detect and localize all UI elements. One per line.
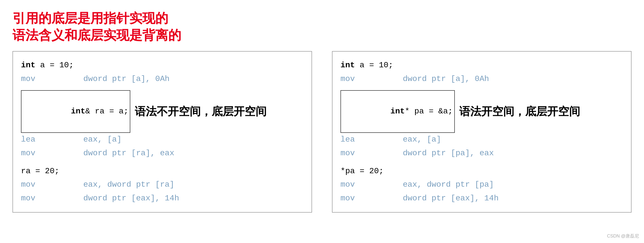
right-highlight-line: int* pa = &a; 语法开空间，底层开空间 [340, 90, 623, 133]
left-asm-instr-4: mov [21, 178, 36, 191]
right-int-ptr-kw: int [390, 107, 405, 116]
right-line-1: int a = 10; [340, 59, 623, 72]
right-line-pa: *pa = 20; [340, 165, 623, 178]
right-panel: int a = 10; mov dword ptr [a], 0Ah int* … [332, 51, 632, 213]
left-asm-3: mov dword ptr [ra], eax [21, 147, 304, 160]
right-int-keyword: int [340, 59, 355, 72]
title-line2: 语法含义和底层实现是背离的 [12, 27, 632, 44]
right-asm-op-5: dword ptr [eax], 14h [355, 192, 499, 205]
right-asm-2: lea eax, [a] [340, 133, 623, 146]
right-asm-op-2: eax, [a] [355, 133, 441, 146]
right-asm-5: mov dword ptr [eax], 14h [340, 192, 623, 205]
left-asm-1: mov dword ptr [a], 0Ah [21, 72, 304, 86]
left-asm-op-4: eax, dword ptr [ra] [36, 178, 174, 191]
right-asm-instr-4: mov [340, 178, 355, 191]
spacer-4 [340, 160, 623, 165]
left-ref-decl: & ra = a; [85, 107, 128, 116]
left-line-1: int a = 10; [21, 59, 304, 72]
right-code-block: int a = 10; mov dword ptr [a], 0Ah int* … [340, 59, 623, 205]
left-asm-op-3: dword ptr [ra], eax [36, 147, 174, 160]
right-ptr-decl: * pa = &a; [405, 107, 453, 116]
left-asm-instr-1: mov [21, 72, 36, 86]
right-a-decl: a = 10; [355, 59, 394, 72]
title-line1: 引用的底层是用指针实现的 [12, 10, 632, 27]
right-asm-instr-3: mov [340, 147, 355, 160]
right-asm-4: mov eax, dword ptr [pa] [340, 178, 623, 191]
left-asm-op-2: eax, [a] [36, 133, 122, 146]
left-asm-instr-2: lea [21, 133, 36, 146]
right-asm-op-1: dword ptr [a], 0Ah [355, 72, 489, 86]
left-asm-op-1: dword ptr [a], 0Ah [36, 72, 170, 86]
left-asm-4: mov eax, dword ptr [ra] [21, 178, 304, 191]
left-asm-instr-3: mov [21, 147, 36, 160]
panels-row: int a = 10; mov dword ptr [a], 0Ah int& … [12, 51, 632, 213]
left-int-keyword: int [21, 59, 36, 72]
left-panel: int a = 10; mov dword ptr [a], 0Ah int& … [12, 51, 312, 213]
left-highlight-line: int& ra = a; 语法不开空间，底层开空间 [21, 90, 304, 133]
left-highlight-box: int& ra = a; [21, 90, 130, 133]
right-asm-3: mov dword ptr [pa], eax [340, 147, 623, 160]
title-block: 引用的底层是用指针实现的 语法含义和底层实现是背离的 [12, 10, 632, 44]
right-highlight-box: int* pa = &a; [340, 90, 455, 133]
right-asm-op-4: eax, dword ptr [pa] [355, 178, 494, 191]
spacer-2 [21, 160, 304, 165]
right-pa-assign: *pa = 20; [340, 165, 384, 178]
left-asm-instr-5: mov [21, 192, 36, 205]
left-int-ref-kw: int [71, 107, 85, 116]
right-asm-op-3: dword ptr [pa], eax [355, 147, 494, 160]
right-asm-instr-5: mov [340, 192, 355, 205]
right-asm-instr-1: mov [340, 72, 355, 86]
left-asm-5: mov dword ptr [eax], 14h [21, 192, 304, 205]
left-inline-label: 语法不开空间，底层开空间 [135, 102, 266, 121]
right-asm-1: mov dword ptr [a], 0Ah [340, 72, 623, 86]
left-a-decl: a = 10; [36, 59, 74, 72]
left-line-ra: ra = 20; [21, 165, 304, 178]
left-asm-op-5: dword ptr [eax], 14h [36, 192, 179, 205]
spacer-1 [21, 86, 304, 90]
left-code-block: int a = 10; mov dword ptr [a], 0Ah int& … [21, 59, 304, 205]
left-ra-assign: ra = 20; [21, 165, 60, 178]
left-asm-2: lea eax, [a] [21, 133, 304, 146]
right-inline-label: 语法开空间，底层开空间 [459, 102, 580, 121]
watermark: CSDN @唐磊尼 [607, 233, 639, 239]
right-asm-instr-2: lea [340, 133, 355, 146]
spacer-3 [340, 86, 623, 90]
